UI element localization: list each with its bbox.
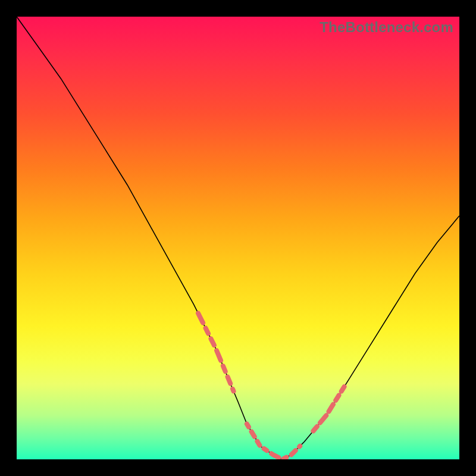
- right-highlight-band: [313, 387, 344, 431]
- plot-area: TheBottleneck.com: [17, 17, 459, 459]
- bottleneck-curve: [17, 17, 459, 459]
- curve-layer: [17, 17, 459, 459]
- trough-highlight-band: [247, 424, 300, 459]
- left-highlight-band: [198, 313, 234, 391]
- chart-canvas: TheBottleneck.com: [0, 0, 476, 476]
